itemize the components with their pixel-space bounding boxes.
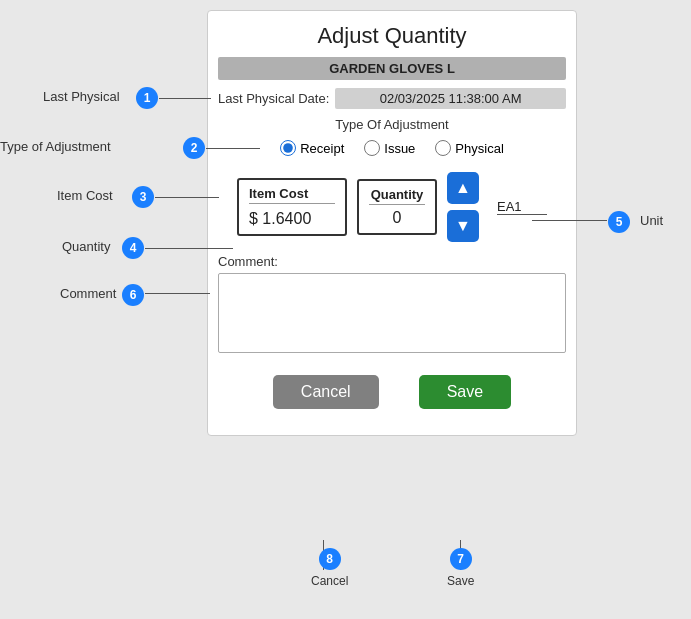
dialog: Adjust Quantity GARDEN GLOVES L Last Phy… bbox=[207, 10, 577, 436]
last-physical-date-label: Last Physical Date: bbox=[218, 91, 329, 106]
badge-label-8: Cancel bbox=[311, 574, 348, 588]
badge-container-7: 7 Save bbox=[447, 548, 474, 588]
quantity-up-button[interactable]: ▲ bbox=[447, 172, 479, 204]
badge-7: 7 bbox=[450, 548, 472, 570]
quantity-value: 0 bbox=[393, 209, 402, 227]
dialog-title: Adjust Quantity bbox=[208, 11, 576, 57]
annotation-label-1: Last Physical bbox=[43, 89, 120, 104]
connector-line-4 bbox=[145, 248, 233, 249]
comment-textarea[interactable] bbox=[218, 273, 566, 353]
quantity-down-button[interactable]: ▼ bbox=[447, 210, 479, 242]
annotation-label-6: Comment bbox=[60, 286, 116, 301]
item-name-bar: GARDEN GLOVES L bbox=[218, 57, 566, 80]
last-physical-date-value: 02/03/2025 11:38:00 AM bbox=[335, 88, 566, 109]
outer-container: Adjust Quantity GARDEN GLOVES L Last Phy… bbox=[0, 0, 691, 619]
buttons-row: Cancel Save bbox=[208, 357, 576, 415]
quantity-box-title: Quantity bbox=[369, 187, 425, 205]
badge-4: 4 bbox=[122, 237, 144, 259]
up-arrow-icon: ▲ bbox=[455, 179, 471, 197]
cancel-button[interactable]: Cancel bbox=[273, 375, 379, 409]
unit-input[interactable] bbox=[497, 199, 547, 215]
comment-label: Comment: bbox=[218, 254, 566, 269]
quantity-box: Quantity 0 bbox=[357, 179, 437, 235]
badge-6: 6 bbox=[122, 284, 144, 306]
down-arrow-icon: ▼ bbox=[455, 217, 471, 235]
badge-1: 1 bbox=[136, 87, 158, 109]
badge-3: 3 bbox=[132, 186, 154, 208]
annotation-label-5: Unit bbox=[640, 213, 663, 228]
annotation-label-4: Quantity bbox=[62, 239, 110, 254]
item-cost-box: Item Cost $ 1.6400 bbox=[237, 178, 347, 236]
badge-8: 8 bbox=[319, 548, 341, 570]
comment-section: Comment: bbox=[208, 252, 576, 357]
cost-qty-row: Item Cost $ 1.6400 Quantity 0 ▲ ▼ bbox=[208, 162, 576, 252]
radio-physical-label: Physical bbox=[455, 141, 503, 156]
item-cost-value: $ 1.6400 bbox=[249, 208, 335, 228]
radio-physical-input[interactable] bbox=[435, 140, 451, 156]
radio-receipt-input[interactable] bbox=[280, 140, 296, 156]
adjustment-section: Type Of Adjustment Receipt Issue Physica… bbox=[208, 113, 576, 162]
connector-line-2 bbox=[206, 148, 260, 149]
badge-2: 2 bbox=[183, 137, 205, 159]
radio-group: Receipt Issue Physical bbox=[218, 136, 566, 160]
connector-line-5 bbox=[532, 220, 607, 221]
connector-line-1 bbox=[159, 98, 211, 99]
badge-label-7: Save bbox=[447, 574, 474, 588]
item-cost-box-title: Item Cost bbox=[249, 186, 335, 204]
radio-receipt-label: Receipt bbox=[300, 141, 344, 156]
annotation-label-2: Type of Adjustment bbox=[0, 139, 111, 154]
radio-issue-input[interactable] bbox=[364, 140, 380, 156]
connector-line-3 bbox=[155, 197, 219, 198]
annotation-label-3: Item Cost bbox=[57, 188, 113, 203]
last-physical-row: Last Physical Date: 02/03/2025 11:38:00 … bbox=[208, 80, 576, 113]
radio-physical[interactable]: Physical bbox=[435, 140, 503, 156]
radio-receipt[interactable]: Receipt bbox=[280, 140, 344, 156]
radio-issue[interactable]: Issue bbox=[364, 140, 415, 156]
badge-container-8: 8 Cancel bbox=[311, 548, 348, 588]
adjustment-title: Type Of Adjustment bbox=[218, 117, 566, 132]
connector-line-6 bbox=[145, 293, 210, 294]
save-button[interactable]: Save bbox=[419, 375, 511, 409]
radio-issue-label: Issue bbox=[384, 141, 415, 156]
up-down-buttons: ▲ ▼ bbox=[447, 172, 479, 242]
badge-5: 5 bbox=[608, 211, 630, 233]
